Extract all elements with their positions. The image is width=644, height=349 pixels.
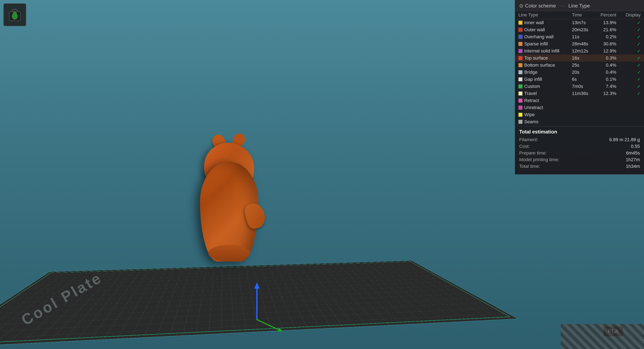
display-cell[interactable]: ✓ — [620, 69, 644, 76]
percent-cell: 13.9% — [594, 19, 620, 26]
time-cell: 20s — [568, 69, 594, 76]
line-type-cell: Outer wall — [515, 26, 568, 33]
table-row[interactable]: Overhang wall11s0.2%✓ — [515, 33, 644, 40]
percent-cell: 0.3% — [594, 54, 620, 62]
svg-point-2 — [13, 11, 17, 15]
line-type-name: Inner wall — [524, 20, 544, 25]
header-divider: — — [560, 3, 564, 8]
display-cell[interactable] — [620, 97, 644, 104]
color-swatch — [518, 28, 522, 32]
table-row[interactable]: Unretract — [515, 104, 644, 111]
line-type-table: Line Type Time Percent Display Inner wal… — [515, 11, 644, 125]
line-type-cell: Retract — [515, 97, 568, 104]
total-row: Prepare time:6m45s — [519, 150, 640, 156]
percent-cell: 0.2% — [594, 33, 620, 40]
total-value: 6.89 m 21.89 g — [609, 137, 640, 142]
total-label: Filament: — [519, 137, 538, 142]
line-type-name: Overhang wall — [524, 34, 554, 39]
check-icon: ✓ — [637, 70, 641, 74]
color-swatch — [518, 91, 522, 96]
table-row[interactable]: Gap infill6s0.1%✓ — [515, 76, 644, 83]
line-type-cell: Unretract — [515, 104, 568, 111]
display-cell[interactable]: ✓ — [620, 90, 644, 97]
color-swatch — [518, 35, 522, 39]
table-row[interactable]: Custom7m0s7.4%✓ — [515, 83, 644, 90]
percent-cell: 12.9% — [594, 47, 620, 54]
table-row[interactable]: Sparse infill28m48s30.6%✓ — [515, 40, 644, 47]
model-base — [208, 245, 250, 262]
table-row[interactable]: Seams — [515, 118, 644, 125]
color-swatch — [518, 70, 522, 74]
col-header-percent: Percent — [594, 11, 620, 19]
time-cell: 11s — [568, 33, 594, 40]
app-logo — [3, 3, 26, 26]
table-row[interactable]: Inner wall13m7s13.9%✓ — [515, 19, 644, 26]
table-row[interactable]: Travel11m36s12.3%✓ — [515, 90, 644, 97]
logo-icon — [8, 7, 22, 22]
color-swatch — [518, 63, 522, 67]
line-type-name: Unretract — [524, 105, 543, 110]
time-cell: 12m12s — [568, 47, 594, 54]
line-type-name: Wipe — [524, 112, 534, 117]
total-estimation-section: Total estimation Filament:6.89 m 21.89 g… — [515, 126, 644, 171]
display-cell[interactable] — [620, 118, 644, 125]
time-cell — [568, 111, 594, 118]
line-type-cell: Bottom surface — [515, 62, 568, 69]
panel-header: ⊙ Color scheme — Line Type — [515, 0, 644, 11]
color-swatch — [518, 49, 522, 53]
line-type-name: Seams — [524, 119, 538, 124]
display-cell[interactable]: ✓ — [620, 40, 644, 47]
info-panel: ⊙ Color scheme — Line Type Line Type Tim… — [515, 0, 644, 174]
line-type-name: Retract — [524, 98, 539, 103]
color-swatch — [518, 77, 522, 81]
line-type-name: Bottom surface — [524, 62, 555, 68]
display-cell[interactable]: ✓ — [620, 83, 644, 90]
color-scheme-label: Color scheme — [525, 3, 556, 9]
color-swatch — [518, 98, 522, 103]
check-icon: ✓ — [637, 91, 641, 96]
check-icon: ✓ — [637, 49, 641, 53]
percent-cell: 7.4% — [594, 83, 620, 90]
color-swatch — [518, 21, 522, 25]
percent-cell: 12.3% — [594, 90, 620, 97]
table-row[interactable]: Top surface16s0.3%✓ — [515, 54, 644, 62]
table-row[interactable]: Retract — [515, 97, 644, 104]
striped-area — [561, 324, 644, 349]
table-row[interactable]: Bottom surface25s0.4%✓ — [515, 62, 644, 69]
display-cell[interactable] — [620, 111, 644, 118]
line-type-name: Travel — [524, 91, 537, 96]
total-row: Total time:1h34m — [519, 163, 640, 170]
table-row[interactable]: Internal solid infill12m12s12.9%✓ — [515, 47, 644, 54]
table-row[interactable]: Outer wall20m23s21.6%✓ — [515, 26, 644, 33]
col-header-type: Line Type — [515, 11, 568, 19]
total-label: Total time: — [519, 164, 540, 169]
time-cell: 6s — [568, 76, 594, 83]
display-cell[interactable]: ✓ — [620, 54, 644, 62]
time-cell — [568, 104, 594, 111]
color-swatch — [518, 106, 522, 110]
color-swatch — [518, 42, 522, 46]
line-type-cell: Wipe — [515, 111, 568, 118]
percent-cell: 0.4% — [594, 69, 620, 76]
display-cell[interactable]: ✓ — [620, 33, 644, 40]
total-label: Cost: — [519, 144, 530, 149]
color-scheme-section[interactable]: ⊙ Color scheme — [519, 3, 556, 9]
check-icon: ✓ — [637, 63, 641, 67]
display-cell[interactable]: ✓ — [620, 76, 644, 83]
3d-model — [188, 137, 271, 262]
time-cell: 13m7s — [568, 19, 594, 26]
time-cell — [568, 97, 594, 104]
total-value: 1h27m — [626, 157, 640, 162]
display-cell[interactable]: ✓ — [620, 26, 644, 33]
table-row[interactable]: Wipe — [515, 111, 644, 118]
line-type-cell: Top surface — [515, 54, 568, 62]
display-cell[interactable]: ✓ — [620, 62, 644, 69]
display-cell[interactable] — [620, 104, 644, 111]
color-swatch — [518, 113, 522, 117]
display-cell[interactable]: ✓ — [620, 19, 644, 26]
display-cell[interactable]: ✓ — [620, 47, 644, 54]
line-type-name: Sparse infill — [524, 41, 548, 47]
line-type-section[interactable]: Line Type — [568, 3, 590, 9]
total-value: 1h34m — [626, 164, 640, 169]
table-row[interactable]: Bridge20s0.4%✓ — [515, 69, 644, 76]
